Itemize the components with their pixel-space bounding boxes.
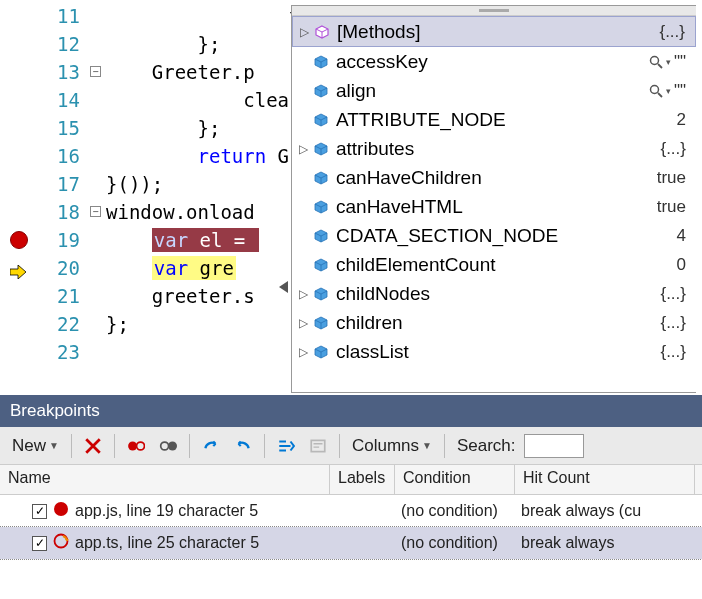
property-icon — [310, 229, 332, 243]
property-value: 4 — [622, 226, 692, 246]
expand-icon[interactable]: ▷ — [297, 25, 311, 39]
property-name: align — [332, 80, 622, 102]
inspector-row[interactable]: ATTRIBUTE_NODE2 — [292, 105, 696, 134]
search-label: Search: — [451, 433, 522, 459]
line-number: 11 — [40, 2, 88, 30]
line-number: 19 — [40, 226, 88, 254]
breakpoints-panel: Breakpoints New▼ Columns▼ Search: Name L… — [0, 395, 702, 599]
breakpoints-list: ✓app.js, line 19 character 5(no conditio… — [0, 495, 702, 559]
property-value: ▾"" — [622, 52, 692, 72]
line-number: 14 — [40, 86, 88, 114]
panel-title: Breakpoints — [0, 395, 702, 427]
line-number: 21 — [40, 282, 88, 310]
property-icon — [310, 84, 332, 98]
disable-all-button[interactable] — [121, 434, 151, 458]
breakpoint-hitcount: break always (cu — [515, 502, 695, 520]
line-number: 22 — [40, 310, 88, 338]
property-icon — [310, 55, 332, 69]
line-number: 16 — [40, 142, 88, 170]
property-name: children — [332, 312, 622, 334]
breakpoint-row[interactable]: ✓app.ts, line 25 character 5(no conditio… — [0, 527, 702, 559]
property-value: 0 — [622, 255, 692, 275]
property-name: accessKey — [332, 51, 622, 73]
inspector-row[interactable]: accessKey▾"" — [292, 47, 696, 76]
current-line-arrow-icon — [10, 261, 26, 275]
inspector-row[interactable]: canHaveChildrentrue — [292, 163, 696, 192]
expand-icon[interactable]: ▷ — [296, 316, 310, 330]
col-condition[interactable]: Condition — [395, 465, 515, 494]
breakpoint-name: app.js, line 19 character 5 — [75, 502, 258, 520]
inspector-row[interactable]: align▾"" — [292, 76, 696, 105]
property-name: classList — [332, 341, 622, 363]
line-number: 23 — [40, 338, 88, 366]
inspector-row[interactable]: ▷children{...} — [292, 308, 696, 337]
property-icon — [310, 316, 332, 330]
svg-marker-21 — [65, 539, 69, 541]
columns-button[interactable]: Columns▼ — [346, 433, 438, 459]
property-value: {...} — [622, 139, 692, 159]
fold-toggle[interactable]: − — [90, 66, 101, 77]
goto-disasm-button[interactable] — [303, 434, 333, 458]
property-icon — [311, 25, 333, 39]
property-name: childNodes — [332, 283, 622, 305]
col-hit[interactable]: Hit Count — [515, 465, 695, 494]
svg-point-19 — [54, 502, 68, 516]
svg-rect-18 — [311, 440, 325, 451]
breakpoints-toolbar: New▼ Columns▼ Search: — [0, 427, 702, 465]
breakpoint-glyph[interactable] — [10, 231, 28, 249]
debug-inspector-popup[interactable]: ▷[Methods]{...}accessKey▾""align▾""ATTRI… — [291, 5, 696, 393]
property-name: canHaveChildren — [332, 167, 622, 189]
property-value: {...} — [622, 284, 692, 304]
property-value: {...} — [621, 22, 691, 42]
property-value: ▾"" — [622, 81, 692, 101]
line-number-gutter: 11121314151617181920212223 — [40, 0, 88, 395]
col-name[interactable]: Name — [0, 465, 330, 494]
property-value: 2 — [622, 110, 692, 130]
property-icon — [310, 142, 332, 156]
property-value: true — [622, 197, 692, 217]
inspector-row[interactable]: ▷childNodes{...} — [292, 279, 696, 308]
inspector-row[interactable]: ▷attributes{...} — [292, 134, 696, 163]
property-icon — [310, 287, 332, 301]
popup-grip[interactable] — [292, 6, 696, 16]
svg-point-16 — [161, 442, 169, 450]
inspector-row[interactable]: ▷classList{...} — [292, 337, 696, 366]
delete-button[interactable] — [78, 434, 108, 458]
enable-all-button[interactable] — [153, 434, 183, 458]
property-name: attributes — [332, 138, 622, 160]
breakpoint-checkbox[interactable]: ✓ — [32, 504, 47, 519]
breakpoint-checkbox[interactable]: ✓ — [32, 536, 47, 551]
svg-point-4 — [650, 85, 658, 93]
expand-icon[interactable]: ▷ — [296, 142, 310, 156]
expand-icon[interactable]: ▷ — [296, 345, 310, 359]
property-name: CDATA_SECTION_NODE — [332, 225, 622, 247]
inspector-row[interactable]: CDATA_SECTION_NODE4 — [292, 221, 696, 250]
goto-source-button[interactable] — [271, 434, 301, 458]
export-button[interactable] — [196, 434, 226, 458]
breakpoint-icon — [53, 533, 69, 553]
line-number: 15 — [40, 114, 88, 142]
property-name: ATTRIBUTE_NODE — [332, 109, 622, 131]
expand-icon[interactable]: ▷ — [296, 287, 310, 301]
property-icon — [310, 200, 332, 214]
property-name: childElementCount — [332, 254, 622, 276]
inspector-row[interactable]: canHaveHTMLtrue — [292, 192, 696, 221]
line-number: 12 — [40, 30, 88, 58]
new-button[interactable]: New▼ — [6, 433, 65, 459]
line-number: 13 — [40, 58, 88, 86]
breakpoint-hitcount: break always — [515, 534, 695, 552]
inspector-row[interactable]: childElementCount0 — [292, 250, 696, 279]
search-input[interactable] — [524, 434, 584, 458]
property-value: true — [622, 168, 692, 188]
inspector-row[interactable]: ▷[Methods]{...} — [292, 16, 696, 47]
col-labels[interactable]: Labels — [330, 465, 395, 494]
breakpoint-row[interactable]: ✓app.js, line 19 character 5(no conditio… — [0, 495, 702, 527]
property-icon — [310, 258, 332, 272]
fold-toggle[interactable]: − — [90, 206, 101, 217]
svg-point-15 — [136, 442, 144, 450]
breakpoint-name: app.ts, line 25 character 5 — [75, 534, 259, 552]
import-button[interactable] — [228, 434, 258, 458]
line-number: 20 — [40, 254, 88, 282]
property-icon — [310, 171, 332, 185]
fold-gutter: −− — [88, 0, 106, 395]
